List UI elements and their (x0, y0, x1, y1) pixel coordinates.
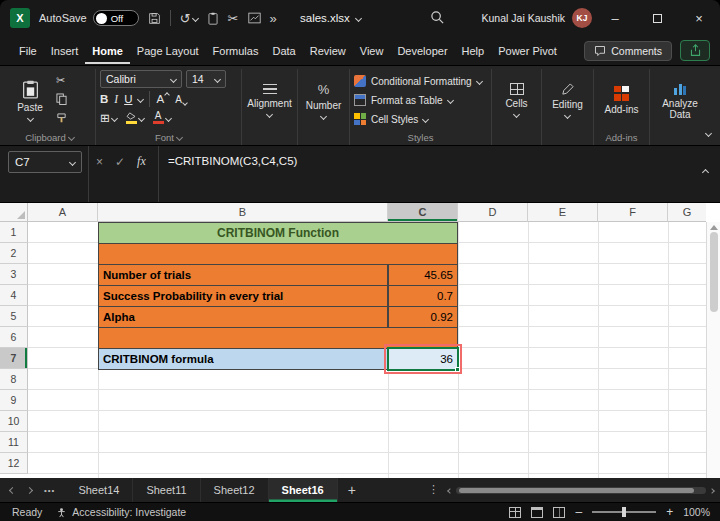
format-as-table-button[interactable]: Format as Table (354, 91, 482, 109)
name-box[interactable]: C7 (8, 151, 82, 173)
column-header-d[interactable]: D (458, 203, 528, 222)
row-header-10[interactable]: 10 (0, 411, 28, 432)
clipboard-button[interactable] (207, 12, 219, 25)
tab-data[interactable]: Data (265, 38, 302, 64)
prev-sheet-icon[interactable] (9, 486, 16, 493)
minimize-button[interactable]: – (594, 0, 636, 36)
font-size-select[interactable]: 14 (186, 70, 226, 88)
autosave-switch[interactable]: Off (93, 10, 139, 26)
tab-options-icon[interactable]: ⋮ (428, 483, 439, 496)
scroll-right-icon[interactable] (709, 488, 715, 494)
dialog-launcher-icon[interactable] (176, 134, 183, 141)
all-sheets-icon[interactable]: ••• (44, 486, 55, 495)
column-header-g[interactable]: G (668, 203, 706, 222)
dialog-launcher-icon[interactable] (68, 134, 75, 141)
formula-input[interactable]: =CRITBINOM(C3,C4,C5) (168, 155, 297, 167)
bold-button[interactable]: B (100, 93, 108, 105)
cell-b1-title[interactable]: CRITBINOM Function (98, 222, 458, 244)
collapse-formula-bar-icon[interactable] (702, 169, 709, 176)
row-header-2[interactable]: 2 (0, 243, 28, 264)
enter-button[interactable]: ✓ (115, 155, 125, 169)
undo-button[interactable]: ↺ (180, 11, 198, 26)
chart-button[interactable] (248, 12, 261, 24)
row-header-3[interactable]: 3 (0, 264, 28, 285)
cell-b4-label[interactable]: Success Probability in every trial (98, 285, 388, 307)
conditional-formatting-button[interactable]: Conditional Formatting (354, 72, 482, 90)
number-button[interactable]: % Number (302, 70, 345, 130)
format-painter-button[interactable] (56, 111, 67, 125)
column-header-e[interactable]: E (528, 203, 598, 222)
share-button[interactable] (680, 40, 710, 61)
column-header-a[interactable]: A (28, 203, 98, 222)
row-header-1[interactable]: 1 (0, 222, 28, 243)
grow-font-button[interactable]: A (156, 93, 169, 105)
cell-b5-label[interactable]: Alpha (98, 306, 388, 328)
row-header-9[interactable]: 9 (0, 390, 28, 411)
autosave-toggle[interactable]: AutoSave Off (39, 10, 139, 26)
borders-button[interactable]: ⊞ (100, 111, 117, 125)
paste-button[interactable]: Paste (8, 70, 52, 130)
font-name-select[interactable]: Calibri (100, 70, 182, 88)
cell-c4-value[interactable]: 0.7 (388, 285, 458, 307)
zoom-in-button[interactable]: + (666, 505, 673, 519)
zoom-out-button[interactable]: – (575, 505, 582, 519)
scroll-up-icon[interactable] (710, 225, 718, 230)
sheet-tab-sheet11[interactable]: Sheet11 (133, 478, 200, 502)
cell-c3-value[interactable]: 45.65 (388, 264, 458, 286)
close-button[interactable]: × (678, 0, 720, 36)
italic-button[interactable]: I (114, 93, 118, 105)
underline-button[interactable]: U (124, 93, 132, 105)
horizontal-scrollbar[interactable] (448, 486, 714, 495)
normal-view-icon[interactable] (509, 507, 521, 518)
scroll-left-icon[interactable] (447, 488, 453, 494)
underline-options-icon[interactable] (137, 95, 144, 102)
column-header-f[interactable]: F (598, 203, 668, 222)
select-all-button[interactable] (0, 203, 28, 222)
page-layout-view-icon[interactable] (531, 507, 543, 518)
vertical-scroll-thumb[interactable] (710, 232, 718, 312)
row-header-7[interactable]: 7 (0, 348, 28, 369)
column-header-b[interactable]: B (98, 203, 388, 222)
accessibility-status[interactable]: Accessibility: Investigate (56, 506, 186, 518)
horizontal-scroll-thumb[interactable] (459, 488, 694, 493)
font-color-button[interactable]: A (153, 112, 171, 124)
cancel-button[interactable]: × (96, 155, 103, 169)
avatar[interactable]: KJ (572, 8, 592, 28)
zoom-slider-handle[interactable] (622, 507, 626, 517)
excel-logo-icon[interactable]: X (10, 8, 30, 28)
tab-insert[interactable]: Insert (44, 38, 86, 64)
alignment-button[interactable]: Alignment (246, 70, 293, 130)
zoom-level[interactable]: 100% (683, 506, 710, 518)
cut-button[interactable]: ✂ (228, 11, 239, 26)
addins-button[interactable]: Add-ins (598, 70, 645, 130)
shrink-font-button[interactable]: A (175, 94, 187, 105)
cell-styles-button[interactable]: Cell Styles (354, 110, 482, 128)
sheet-tab-sheet16[interactable]: Sheet16 (269, 478, 338, 502)
editing-button[interactable]: Editing (546, 70, 589, 130)
sheet-tab-sheet12[interactable]: Sheet12 (201, 478, 269, 502)
next-sheet-icon[interactable] (26, 486, 33, 493)
row-header-11[interactable]: 11 (0, 432, 28, 453)
comments-button[interactable]: Comments (584, 41, 672, 61)
tab-help[interactable]: Help (455, 38, 492, 64)
cut-button[interactable]: ✂ (56, 73, 67, 87)
cell-b3-label[interactable]: Number of trials (98, 264, 388, 286)
column-header-c[interactable]: C (388, 203, 458, 222)
account-info[interactable]: Kunal Jai Kaushik KJ (482, 0, 592, 36)
page-break-view-icon[interactable] (553, 507, 565, 518)
more-commands-button[interactable]: » (270, 11, 277, 26)
tab-review[interactable]: Review (303, 38, 353, 64)
vertical-scrollbar[interactable] (706, 222, 720, 478)
horizontal-scroll-track[interactable] (456, 487, 706, 494)
document-title[interactable]: sales.xlsx (300, 0, 361, 36)
row-header-8[interactable]: 8 (0, 369, 28, 390)
row-header-6[interactable]: 6 (0, 327, 28, 348)
save-button[interactable] (148, 12, 161, 25)
add-sheet-button[interactable]: + (348, 482, 356, 498)
maximize-button[interactable] (636, 0, 678, 36)
cell-c5-value[interactable]: 0.92 (388, 306, 458, 328)
row-header-12[interactable]: 12 (0, 453, 28, 474)
cell-row2-band[interactable] (98, 243, 458, 265)
tab-developer[interactable]: Developer (390, 38, 454, 64)
tab-page-layout[interactable]: Page Layout (130, 38, 206, 64)
